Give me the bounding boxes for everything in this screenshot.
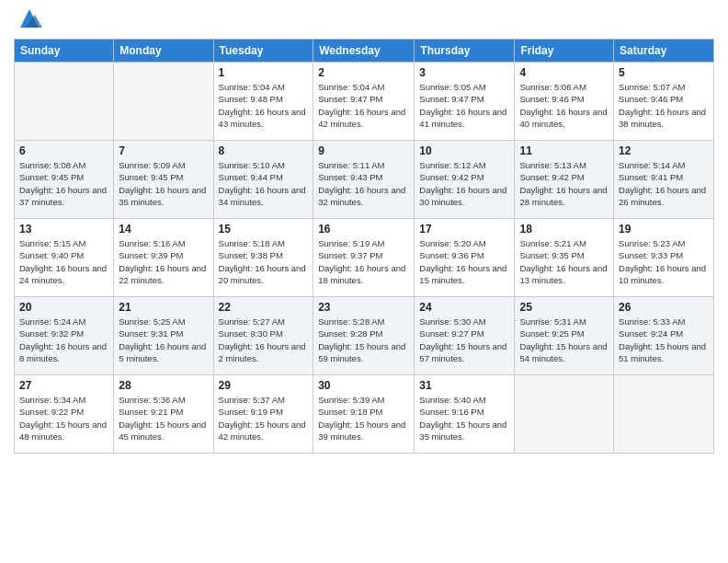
day-info: Sunrise: 5:36 AMSunset: 9:21 PMDaylight:… bbox=[119, 394, 208, 442]
day-info: Sunrise: 5:33 AMSunset: 9:24 PMDaylight:… bbox=[619, 316, 709, 364]
day-info: Sunrise: 5:11 AMSunset: 9:43 PMDaylight:… bbox=[318, 159, 409, 208]
calendar-day-cell bbox=[515, 375, 614, 454]
day-info: Sunrise: 5:07 AMSunset: 9:46 PMDaylight:… bbox=[619, 81, 709, 130]
day-info: Sunrise: 5:28 AMSunset: 9:28 PMDaylight:… bbox=[318, 316, 409, 364]
day-info: Sunrise: 5:34 AMSunset: 9:22 PMDaylight:… bbox=[19, 394, 108, 442]
day-info: Sunrise: 5:19 AMSunset: 9:37 PMDaylight:… bbox=[318, 237, 409, 286]
day-number: 28 bbox=[119, 379, 208, 392]
day-number: 9 bbox=[318, 144, 409, 157]
calendar-day-cell: 31Sunrise: 5:40 AMSunset: 9:16 PMDayligh… bbox=[415, 375, 515, 454]
day-number: 2 bbox=[318, 66, 409, 79]
calendar-day-cell: 1Sunrise: 5:04 AMSunset: 9:48 PMDaylight… bbox=[213, 63, 313, 141]
calendar-day-header: Thursday bbox=[415, 40, 515, 63]
day-info: Sunrise: 5:12 AMSunset: 9:42 PMDaylight:… bbox=[419, 159, 509, 208]
calendar-day-cell: 5Sunrise: 5:07 AMSunset: 9:46 PMDaylight… bbox=[614, 63, 714, 141]
calendar-week-row: 6Sunrise: 5:08 AMSunset: 9:45 PMDaylight… bbox=[15, 141, 714, 219]
day-info: Sunrise: 5:04 AMSunset: 9:47 PMDaylight:… bbox=[318, 81, 409, 130]
calendar-day-cell: 16Sunrise: 5:19 AMSunset: 9:37 PMDayligh… bbox=[313, 219, 415, 297]
calendar-day-cell: 11Sunrise: 5:13 AMSunset: 9:42 PMDayligh… bbox=[515, 141, 614, 219]
day-number: 20 bbox=[19, 301, 108, 314]
calendar-day-cell: 20Sunrise: 5:24 AMSunset: 9:32 PMDayligh… bbox=[15, 297, 114, 375]
day-number: 10 bbox=[419, 144, 509, 157]
calendar-day-cell: 3Sunrise: 5:05 AMSunset: 9:47 PMDaylight… bbox=[415, 63, 515, 141]
day-info: Sunrise: 5:15 AMSunset: 9:40 PMDaylight:… bbox=[19, 237, 108, 286]
day-info: Sunrise: 5:21 AMSunset: 9:35 PMDaylight:… bbox=[519, 237, 609, 286]
day-number: 18 bbox=[519, 223, 609, 236]
day-info: Sunrise: 5:40 AMSunset: 9:16 PMDaylight:… bbox=[419, 394, 509, 442]
logo-icon bbox=[17, 6, 42, 31]
calendar-day-header: Tuesday bbox=[213, 40, 313, 63]
day-info: Sunrise: 5:16 AMSunset: 9:39 PMDaylight:… bbox=[119, 237, 208, 286]
page: SundayMondayTuesdayWednesdayThursdayFrid… bbox=[0, 0, 728, 563]
calendar-day-cell: 30Sunrise: 5:39 AMSunset: 9:18 PMDayligh… bbox=[313, 375, 415, 454]
calendar-day-header: Saturday bbox=[614, 40, 714, 63]
day-info: Sunrise: 5:27 AMSunset: 9:30 PMDaylight:… bbox=[219, 316, 309, 364]
day-info: Sunrise: 5:30 AMSunset: 9:27 PMDaylight:… bbox=[419, 316, 509, 364]
calendar-day-cell: 9Sunrise: 5:11 AMSunset: 9:43 PMDaylight… bbox=[313, 141, 415, 219]
calendar-week-row: 27Sunrise: 5:34 AMSunset: 9:22 PMDayligh… bbox=[15, 375, 714, 454]
calendar-week-row: 13Sunrise: 5:15 AMSunset: 9:40 PMDayligh… bbox=[15, 219, 714, 297]
day-number: 29 bbox=[219, 379, 309, 392]
day-number: 25 bbox=[519, 301, 609, 314]
day-info: Sunrise: 5:24 AMSunset: 9:32 PMDaylight:… bbox=[19, 316, 108, 364]
day-number: 1 bbox=[219, 66, 309, 79]
day-number: 24 bbox=[419, 301, 509, 314]
day-number: 7 bbox=[119, 144, 208, 157]
calendar-day-cell: 6Sunrise: 5:08 AMSunset: 9:45 PMDaylight… bbox=[15, 141, 114, 219]
day-info: Sunrise: 5:14 AMSunset: 9:41 PMDaylight:… bbox=[619, 159, 709, 208]
day-number: 15 bbox=[219, 223, 309, 236]
header bbox=[14, 9, 714, 31]
day-info: Sunrise: 5:10 AMSunset: 9:44 PMDaylight:… bbox=[219, 159, 309, 208]
calendar-day-cell: 15Sunrise: 5:18 AMSunset: 9:38 PMDayligh… bbox=[213, 219, 313, 297]
calendar-day-header: Sunday bbox=[15, 40, 114, 63]
calendar-day-cell: 4Sunrise: 5:06 AMSunset: 9:46 PMDaylight… bbox=[515, 63, 614, 141]
day-number: 11 bbox=[519, 144, 609, 157]
day-info: Sunrise: 5:23 AMSunset: 9:33 PMDaylight:… bbox=[619, 237, 709, 286]
day-info: Sunrise: 5:37 AMSunset: 9:19 PMDaylight:… bbox=[219, 394, 309, 442]
calendar-day-cell: 8Sunrise: 5:10 AMSunset: 9:44 PMDaylight… bbox=[213, 141, 313, 219]
day-info: Sunrise: 5:20 AMSunset: 9:36 PMDaylight:… bbox=[419, 237, 509, 286]
calendar-day-cell: 22Sunrise: 5:27 AMSunset: 9:30 PMDayligh… bbox=[213, 297, 313, 375]
day-number: 12 bbox=[619, 144, 709, 157]
day-number: 4 bbox=[519, 66, 609, 79]
calendar-day-cell: 21Sunrise: 5:25 AMSunset: 9:31 PMDayligh… bbox=[114, 297, 213, 375]
day-info: Sunrise: 5:39 AMSunset: 9:18 PMDaylight:… bbox=[318, 394, 409, 442]
calendar-day-cell: 14Sunrise: 5:16 AMSunset: 9:39 PMDayligh… bbox=[114, 219, 213, 297]
calendar-day-cell: 28Sunrise: 5:36 AMSunset: 9:21 PMDayligh… bbox=[114, 375, 213, 454]
day-info: Sunrise: 5:09 AMSunset: 9:45 PMDaylight:… bbox=[119, 159, 208, 208]
day-number: 14 bbox=[119, 223, 208, 236]
calendar-day-cell: 2Sunrise: 5:04 AMSunset: 9:47 PMDaylight… bbox=[313, 63, 415, 141]
calendar-day-cell: 19Sunrise: 5:23 AMSunset: 9:33 PMDayligh… bbox=[614, 219, 714, 297]
calendar-day-header: Wednesday bbox=[313, 40, 415, 63]
day-info: Sunrise: 5:08 AMSunset: 9:45 PMDaylight:… bbox=[19, 159, 108, 208]
calendar-day-cell: 10Sunrise: 5:12 AMSunset: 9:42 PMDayligh… bbox=[415, 141, 515, 219]
day-info: Sunrise: 5:25 AMSunset: 9:31 PMDaylight:… bbox=[119, 316, 208, 364]
calendar-day-cell bbox=[614, 375, 714, 454]
calendar-day-cell: 13Sunrise: 5:15 AMSunset: 9:40 PMDayligh… bbox=[15, 219, 114, 297]
day-number: 17 bbox=[419, 223, 509, 236]
day-number: 30 bbox=[318, 379, 409, 392]
day-info: Sunrise: 5:13 AMSunset: 9:42 PMDaylight:… bbox=[519, 159, 609, 208]
calendar-day-cell: 17Sunrise: 5:20 AMSunset: 9:36 PMDayligh… bbox=[415, 219, 515, 297]
day-number: 21 bbox=[119, 301, 208, 314]
calendar-day-cell: 12Sunrise: 5:14 AMSunset: 9:41 PMDayligh… bbox=[614, 141, 714, 219]
logo bbox=[14, 9, 42, 31]
calendar-header-row: SundayMondayTuesdayWednesdayThursdayFrid… bbox=[15, 40, 714, 63]
calendar-day-header: Monday bbox=[114, 40, 213, 63]
day-number: 3 bbox=[419, 66, 509, 79]
calendar-day-cell: 29Sunrise: 5:37 AMSunset: 9:19 PMDayligh… bbox=[213, 375, 313, 454]
day-info: Sunrise: 5:18 AMSunset: 9:38 PMDaylight:… bbox=[219, 237, 309, 286]
day-number: 26 bbox=[619, 301, 709, 314]
day-info: Sunrise: 5:31 AMSunset: 9:25 PMDaylight:… bbox=[519, 316, 609, 364]
day-number: 5 bbox=[619, 66, 709, 79]
calendar-week-row: 20Sunrise: 5:24 AMSunset: 9:32 PMDayligh… bbox=[15, 297, 714, 375]
calendar-day-cell: 23Sunrise: 5:28 AMSunset: 9:28 PMDayligh… bbox=[313, 297, 415, 375]
day-number: 13 bbox=[19, 223, 108, 236]
calendar-day-cell: 7Sunrise: 5:09 AMSunset: 9:45 PMDaylight… bbox=[114, 141, 213, 219]
calendar-day-header: Friday bbox=[515, 40, 614, 63]
calendar-day-cell bbox=[15, 63, 114, 141]
calendar-day-cell: 26Sunrise: 5:33 AMSunset: 9:24 PMDayligh… bbox=[614, 297, 714, 375]
calendar-day-cell: 18Sunrise: 5:21 AMSunset: 9:35 PMDayligh… bbox=[515, 219, 614, 297]
day-number: 19 bbox=[619, 223, 709, 236]
day-number: 22 bbox=[219, 301, 309, 314]
